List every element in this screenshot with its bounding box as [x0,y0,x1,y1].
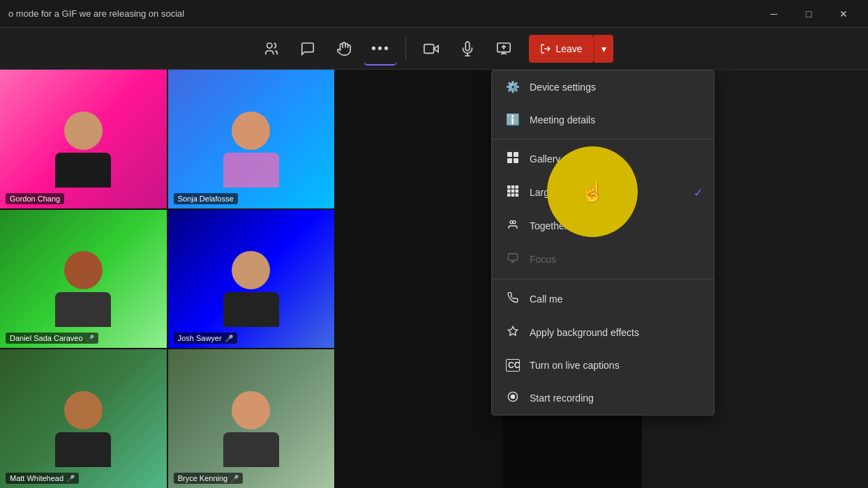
menu-label-start-recording: Start recording [530,392,594,404]
video-cell-4: Matt Whitehead 🎤 [0,349,167,488]
svg-rect-17 [511,190,515,193]
close-button[interactable]: ✕ [828,3,860,25]
svg-rect-14 [511,185,515,189]
menu-item-live-captions[interactable]: CC Turn on live captions [492,349,714,381]
svg-rect-20 [511,194,515,197]
menu-label-meeting-details: Meeting details [530,114,595,125]
checkmark-icon: ✓ [694,186,703,199]
video-cell-1: Sonja Delafosse [168,70,335,208]
video-label-3: Josh Sawyer 🎤 [174,333,237,344]
toolbar: ••• Leave [0,28,868,70]
video-cell-empty2 [336,349,502,488]
title-text: o mode for a GIF we are releasing on soc… [8,8,184,19]
svg-rect-10 [514,152,518,157]
menu-label-live-captions: Turn on live captions [530,360,620,371]
svg-rect-15 [516,185,519,189]
menu-item-call-me[interactable]: Call me [492,282,714,316]
leave-button[interactable]: Leave [529,35,593,63]
video-label-4: Matt Whitehead 🎤 [6,473,79,484]
mic-icon-3: 🎤 [225,335,233,342]
svg-rect-13 [507,185,511,189]
chat-button[interactable] [291,32,324,66]
participant-name-2: Daniel Sada Caraveo [10,334,83,342]
menu-label-device-settings: Device settings [530,82,596,93]
video-cell-3: Josh Sawyer 🎤 [168,210,335,349]
cursor-icon: ☝ [581,181,605,204]
svg-point-23 [513,221,516,224]
leave-group: Leave ▾ [529,35,613,63]
menu-label-focus: Focus [530,254,556,265]
video-label-0: Gordon Chang [6,193,64,204]
menu-item-meeting-details[interactable]: ℹ️ Meeting details [492,103,714,136]
toolbar-divider [405,38,406,60]
share-button[interactable] [487,32,521,66]
menu-item-focus: Focus [492,243,714,276]
svg-marker-27 [508,326,517,335]
video-cell-5: Bryce Kenning 🎤 [168,349,335,488]
menu-label-call-me: Call me [530,293,562,305]
menu-label-background-effects: Apply background effects [530,327,639,338]
video-cell-empty [336,210,502,349]
title-bar: o mode for a GIF we are releasing on soc… [0,0,868,28]
mic-icon-4: 🎤 [66,475,75,482]
minimize-button[interactable]: ─ [758,3,790,25]
maximize-button[interactable]: □ [793,3,825,25]
svg-rect-16 [507,190,511,193]
svg-rect-18 [516,190,519,193]
participant-name-0: Gordon Chang [10,195,60,203]
captions-icon: CC [506,359,520,372]
svg-marker-1 [434,45,438,52]
chevron-down-icon: ▾ [601,43,606,54]
gear-icon: ⚙️ [506,80,520,93]
video-cell-partial [336,70,502,208]
mic-icon-5: 🎤 [230,475,239,482]
svg-rect-9 [507,152,512,157]
svg-point-29 [511,395,514,398]
video-label-5: Bryce Kenning 🎤 [174,473,244,484]
video-label-1: Sonja Delafosse [174,193,238,204]
info-icon: ℹ️ [506,113,520,126]
focus-icon [506,252,520,266]
svg-rect-24 [508,254,517,260]
svg-rect-19 [507,194,511,197]
title-buttons: ─ □ ✕ [758,3,860,25]
participant-name-5: Bryce Kenning [178,474,228,482]
svg-rect-2 [424,44,434,53]
svg-rect-21 [516,194,519,197]
mic-button[interactable] [451,32,484,66]
large-gallery-icon [506,185,520,199]
svg-rect-11 [507,158,512,163]
video-grid: Gordon Chang Sonja Delafosse Daniel Sada… [0,70,502,488]
participant-name-3: Josh Sawyer [178,334,222,342]
effects-icon [506,326,520,340]
video-cell-2: Daniel Sada Caraveo 🎤 [0,210,167,349]
menu-divider-1 [492,139,714,139]
phone-icon [506,292,520,306]
dropdown-menu: ⚙️ Device settings ℹ️ Meeting details Ga… [491,70,714,415]
participant-name-1: Sonja Delafosse [178,195,234,203]
mic-icon-2: 🎤 [86,335,94,342]
record-icon [506,391,520,405]
together-mode-icon [506,219,520,233]
main-content: Gordon Chang Sonja Delafosse Daniel Sada… [0,70,868,488]
gallery-icon [506,152,520,166]
menu-item-device-settings[interactable]: ⚙️ Device settings [492,70,714,103]
yellow-circle-overlay: ☝ [547,146,638,237]
svg-rect-12 [514,158,518,163]
menu-item-background-effects[interactable]: Apply background effects [492,316,714,349]
raise-hand-button[interactable] [327,32,361,66]
video-cell-0: Gordon Chang [0,70,167,208]
menu-label-gallery: Gallery [530,153,560,165]
leave-dropdown-button[interactable]: ▾ [594,35,613,63]
participant-name-4: Matt Whitehead [10,474,63,482]
more-button[interactable]: ••• [364,32,397,66]
video-button[interactable] [414,32,448,66]
video-label-2: Daniel Sada Caraveo 🎤 [6,333,98,344]
menu-item-start-recording[interactable]: Start recording [492,381,714,415]
participants-button[interactable] [255,32,288,66]
menu-divider-2 [492,279,714,280]
leave-label: Leave [555,43,582,54]
svg-point-0 [267,43,272,47]
